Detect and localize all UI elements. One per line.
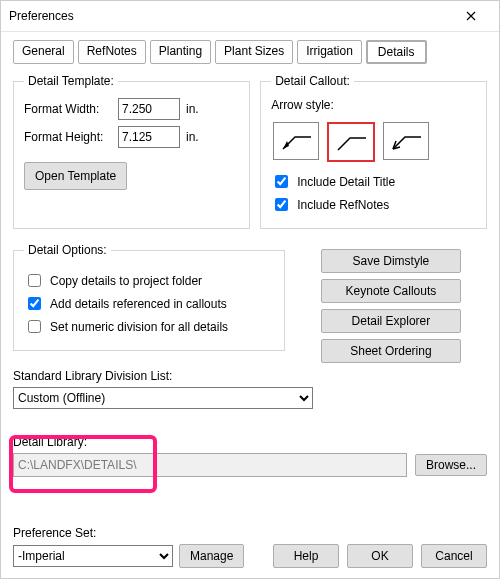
detail-library-label: Detail Library:	[13, 435, 487, 449]
detail-tool-buttons: Save Dimstyle Keynote Callouts Detail Ex…	[295, 243, 487, 363]
arrow-icon-open	[387, 127, 425, 155]
standard-library-select[interactable]: Custom (Offline)	[13, 387, 313, 409]
format-width-input[interactable]	[118, 98, 180, 120]
tab-planting[interactable]: Planting	[150, 40, 211, 64]
tab-plant-sizes[interactable]: Plant Sizes	[215, 40, 293, 64]
include-detail-title-label: Include Detail Title	[297, 175, 395, 189]
format-height-input[interactable]	[118, 126, 180, 148]
sheet-ordering-button[interactable]: Sheet Ordering	[321, 339, 461, 363]
arrow-style-label: Arrow style:	[271, 98, 476, 112]
arrow-style-2[interactable]	[327, 122, 375, 162]
include-refnotes-checkbox[interactable]: Include RefNotes	[271, 195, 476, 214]
copy-details-checkbox[interactable]: Copy details to project folder	[24, 271, 274, 290]
open-template-button[interactable]: Open Template	[24, 162, 127, 190]
format-width-label: Format Width:	[24, 102, 114, 116]
arrow-style-3[interactable]	[383, 122, 429, 160]
include-detail-title-checkbox[interactable]: Include Detail Title	[271, 172, 476, 191]
cancel-button[interactable]: Cancel	[421, 544, 487, 568]
detail-callout-group: Detail Callout: Arrow style:	[260, 74, 487, 229]
detail-options-group: Detail Options: Copy details to project …	[13, 243, 285, 351]
copy-details-label: Copy details to project folder	[50, 274, 202, 288]
add-referenced-input[interactable]	[28, 297, 41, 310]
add-referenced-checkbox[interactable]: Add details referenced in callouts	[24, 294, 274, 313]
keynote-callouts-button[interactable]: Keynote Callouts	[321, 279, 461, 303]
close-button[interactable]	[451, 2, 491, 30]
window-title: Preferences	[9, 9, 451, 23]
help-button[interactable]: Help	[273, 544, 339, 568]
detail-template-group: Detail Template: Format Width: in. Forma…	[13, 74, 250, 229]
set-numeric-label: Set numeric division for all details	[50, 320, 228, 334]
format-height-label: Format Height:	[24, 130, 114, 144]
include-refnotes-label: Include RefNotes	[297, 198, 389, 212]
include-detail-title-input[interactable]	[275, 175, 288, 188]
manage-button[interactable]: Manage	[179, 544, 244, 568]
ok-button[interactable]: OK	[347, 544, 413, 568]
dialog-bottom-bar: Preference Set: -Imperial Manage Help OK…	[13, 526, 487, 568]
detail-template-legend: Detail Template:	[24, 74, 118, 88]
browse-button[interactable]: Browse...	[415, 454, 487, 476]
tab-general[interactable]: General	[13, 40, 74, 64]
format-width-unit: in.	[186, 102, 199, 116]
preference-set-group: Preference Set: -Imperial Manage	[13, 526, 244, 568]
tab-refnotes[interactable]: RefNotes	[78, 40, 146, 64]
preference-set-select[interactable]: -Imperial	[13, 545, 173, 567]
arrow-icon-filled	[277, 127, 315, 155]
copy-details-input[interactable]	[28, 274, 41, 287]
dialog-buttons: Help OK Cancel	[273, 544, 487, 568]
close-icon	[466, 11, 476, 21]
detail-explorer-button[interactable]: Detail Explorer	[321, 309, 461, 333]
arrow-icon-line	[332, 128, 370, 156]
set-numeric-input[interactable]	[28, 320, 41, 333]
detail-library-path-input[interactable]	[13, 453, 407, 477]
standard-library-label: Standard Library Division List:	[13, 369, 487, 383]
detail-options-legend: Detail Options:	[24, 243, 111, 257]
preference-set-label: Preference Set:	[13, 526, 244, 540]
detail-callout-legend: Detail Callout:	[271, 74, 354, 88]
set-numeric-checkbox[interactable]: Set numeric division for all details	[24, 317, 274, 336]
arrow-style-options	[271, 116, 476, 168]
save-dimstyle-button[interactable]: Save Dimstyle	[321, 249, 461, 273]
include-refnotes-input[interactable]	[275, 198, 288, 211]
add-referenced-label: Add details referenced in callouts	[50, 297, 227, 311]
tab-details[interactable]: Details	[366, 40, 427, 64]
tab-strip: General RefNotes Planting Plant Sizes Ir…	[13, 40, 487, 64]
titlebar: Preferences	[1, 1, 499, 32]
tab-irrigation[interactable]: Irrigation	[297, 40, 362, 64]
arrow-style-1[interactable]	[273, 122, 319, 160]
format-height-unit: in.	[186, 130, 199, 144]
preferences-dialog: Preferences General RefNotes Planting Pl…	[0, 0, 500, 579]
dialog-content: General RefNotes Planting Plant Sizes Ir…	[1, 32, 499, 578]
